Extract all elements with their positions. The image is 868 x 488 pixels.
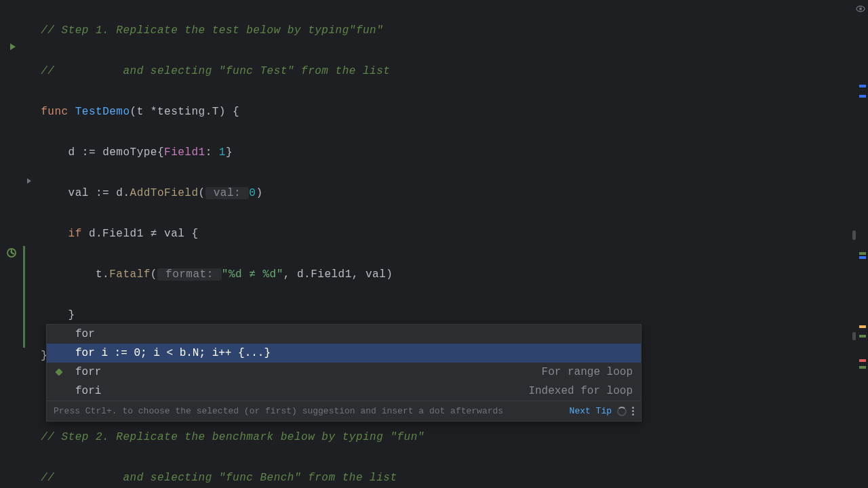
args: , d.Field1, val) (283, 268, 393, 281)
param-hint: format: (157, 268, 222, 281)
scrollbar-thumb[interactable] (852, 230, 856, 240)
inspections-eye-icon[interactable] (856, 4, 865, 17)
autocomplete-item-hint: Indexed for loop (528, 382, 633, 401)
method-name: Fatalf (109, 268, 151, 281)
identifier: val (164, 228, 184, 240)
loading-spinner-icon (617, 407, 627, 416)
code-text: val := d. (41, 187, 130, 199)
comment: // and selecting "func Bench" from the l… (41, 472, 397, 484)
autocomplete-item-hint: For range loop (542, 363, 633, 382)
method-name: AddToField (130, 187, 199, 199)
brace: } (41, 309, 75, 321)
autocomplete-item-label: forr (75, 363, 101, 382)
error-stripe-marker[interactable] (859, 252, 866, 255)
number: 0 (249, 187, 256, 199)
autocomplete-item-label: fori (75, 382, 101, 401)
overview-ruler[interactable] (856, 0, 868, 488)
operator: ≠ (144, 228, 164, 240)
live-template-icon (55, 368, 62, 375)
error-stripe-marker[interactable] (859, 366, 866, 369)
error-stripe-marker[interactable] (859, 325, 866, 328)
code-text: d := (41, 146, 102, 159)
autocomplete-item[interactable]: foriIndexed for loop (47, 382, 641, 401)
field-name: Field1 (164, 146, 205, 159)
paren: ) (256, 187, 262, 199)
comment: // Step 1. Replicate the test below by t… (41, 24, 383, 37)
func-name: TestDemo (75, 106, 130, 118)
param-hint: val: (205, 187, 250, 199)
error-stripe-marker[interactable] (859, 85, 866, 87)
autocomplete-item-label: for i := 0; i < b.N; i++ {...} (75, 344, 271, 363)
number: 1 (219, 146, 226, 159)
svg-point-2 (859, 7, 862, 10)
footer-tip: Press Ctrl+. to choose the selected (or … (54, 406, 503, 416)
autocomplete-list[interactable]: forfor i := 0; i < b.N; i++ {...}forrFor… (47, 325, 641, 401)
autocomplete-footer: Press Ctrl+. to choose the selected (or … (47, 401, 641, 421)
scrollbar-thumb[interactable] (852, 332, 856, 340)
signature: (t *testing.T) { (130, 106, 240, 118)
next-tip-link[interactable]: Next Tip (570, 406, 612, 416)
autocomplete-popup[interactable]: forfor i := 0; i < b.N; i++ {...}forrFor… (46, 324, 642, 422)
keyword: func (41, 106, 68, 118)
more-options-icon[interactable] (632, 407, 634, 415)
code-text: t. (41, 268, 109, 281)
error-stripe-marker[interactable] (859, 95, 866, 98)
error-stripe-marker[interactable] (859, 256, 866, 259)
autocomplete-item[interactable]: for i := 0; i < b.N; i++ {...} (47, 344, 641, 363)
type-name: demoType (102, 146, 157, 159)
error-stripe-marker[interactable] (859, 335, 866, 338)
autocomplete-item[interactable]: forrFor range loop (47, 363, 641, 382)
string: "%d ≠ %d" (222, 268, 283, 281)
comment: // Step 2. Replicate the benchmark below… (41, 431, 425, 443)
brace: { (184, 228, 198, 240)
keyword: if (68, 228, 82, 240)
autocomplete-item-label: for (75, 325, 95, 344)
code-text: d.Field1 (82, 228, 144, 240)
error-stripe-marker[interactable] (859, 359, 866, 362)
brace: } (226, 146, 233, 159)
comment: // and selecting "func Test" from the li… (41, 65, 390, 77)
autocomplete-item[interactable]: for (47, 325, 641, 344)
